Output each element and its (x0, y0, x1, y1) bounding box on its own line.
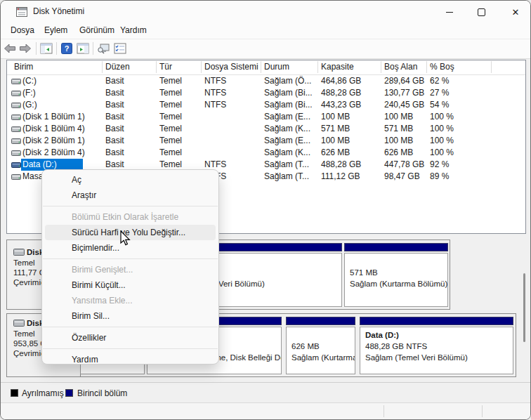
menu-separator (43, 206, 218, 206)
volume-context-menu: Aç Araştır Bölümü Etkin Olarak İşaretle … (41, 169, 219, 365)
volume-type: Temel (159, 100, 182, 110)
menu-help[interactable]: Yardım (120, 25, 147, 35)
volume-pct-free: 100 % (430, 112, 454, 122)
table-row[interactable]: (Disk 2 Bölüm 1) Basit Temel Sağlam (E..… (7, 135, 525, 147)
volume-type: Temel (159, 112, 182, 122)
volume-icon (11, 114, 21, 121)
volume-free: 571 MB (384, 124, 413, 133)
volume-status: Sağlam (Bi... (264, 88, 313, 98)
volume-name: (Disk 2 Bölüm 4) (22, 147, 85, 157)
volume-icon (11, 78, 21, 85)
column-divider[interactable] (381, 61, 381, 73)
volume-status: Sağlam (Ö... (264, 76, 311, 86)
back-icon[interactable] (4, 42, 16, 55)
partition-size: 488,28 GB NTFS (365, 342, 427, 350)
volume-icon (11, 173, 21, 181)
volume-pct-free: 92 % (430, 159, 449, 169)
status-divider (383, 405, 384, 417)
table-row[interactable]: (Disk 2 Bölüm 4) Basit Temel Sağlam (K..… (7, 147, 525, 159)
col-header-kapasite[interactable]: Kapasite (321, 62, 354, 72)
partition-line: Sağlam (Kurtarma Bölümü) (350, 280, 447, 288)
column-divider[interactable] (156, 61, 157, 73)
svg-text:?: ? (65, 44, 70, 53)
volume-fs: NTFS (204, 100, 226, 110)
volume-icon (11, 162, 21, 169)
menu-item-shrink-volume[interactable]: Birimi Küçült... (45, 277, 216, 293)
col-header-bosalan[interactable]: Boş Alan (384, 62, 417, 72)
col-header-tur[interactable]: Tür (159, 62, 172, 72)
volume-status: Sağlam (E... (264, 112, 310, 122)
volume-capacity: 111,12 GB (321, 171, 360, 181)
show-console-tree-icon[interactable] (40, 42, 53, 55)
volume-icon (11, 90, 21, 97)
volume-status: Sağlam (Bi... (264, 100, 313, 110)
partition-box: 571 MB Sağlam (Kurtarma Bölümü) (344, 253, 448, 307)
menu-action[interactable]: Eylem (44, 25, 67, 35)
volume-pct-free: 100 % (430, 136, 454, 145)
volume-capacity: 100 MB (321, 112, 350, 122)
help-icon[interactable]: ? (60, 42, 73, 55)
forward-icon[interactable] (19, 42, 32, 55)
col-header-bos[interactable]: % Boş (430, 62, 454, 72)
table-row[interactable]: (G:) Basit Temel NTFS Sağlam (Bi... 443,… (7, 99, 525, 111)
volume-type: Temel (159, 147, 182, 157)
column-divider[interactable] (102, 61, 103, 73)
status-divider (482, 405, 483, 417)
show-action-pane-icon[interactable] (77, 42, 89, 55)
volume-icon (11, 126, 21, 133)
disk2-partition-data[interactable]: Data (D:) 488,28 GB NTFS Sağlam (Temel V… (360, 317, 513, 374)
menu-item-explore[interactable]: Araştır (45, 188, 216, 203)
column-divider[interactable] (261, 61, 261, 73)
table-row[interactable]: (C:) Basit Temel NTFS Sağlam (Ö... 464,8… (7, 75, 525, 87)
mouse-cursor (120, 230, 131, 247)
volume-layout: Basit (105, 136, 124, 145)
menu-item-extend-volume: Birimi Genişlet... (45, 262, 216, 277)
volume-capacity: 626 MB (321, 147, 350, 157)
volume-icon (11, 150, 21, 157)
col-header-duzen[interactable]: Düzen (105, 62, 130, 72)
disk2-partition-3[interactable]: 626 MB Sağlam (Kurtarma Bölümü) (286, 317, 355, 374)
minimize-icon (446, 12, 453, 13)
menu-item-delete-volume[interactable]: Birim Sil... (45, 308, 216, 324)
properties-icon[interactable] (114, 42, 126, 55)
maximize-button[interactable] (466, 1, 497, 23)
menu-view[interactable]: Görünüm (79, 25, 114, 35)
partition-line: 571 MB (350, 268, 378, 277)
close-button[interactable]: ✕ (500, 1, 531, 23)
column-divider[interactable] (491, 61, 492, 73)
volume-capacity: 571 MB (321, 124, 350, 133)
volume-status: Sağlam (T... (264, 159, 309, 169)
volume-layout: Basit (105, 147, 124, 157)
disk-icon (13, 320, 25, 327)
table-row[interactable]: (F:) Basit Temel NTFS Sağlam (Bi... 488,… (7, 87, 525, 99)
volume-name: (Disk 1 Bölüm 4) (22, 124, 85, 133)
volume-status: Sağlam (T... (264, 171, 309, 181)
volume-layout: Basit (105, 76, 124, 86)
menu-item-properties[interactable]: Özellikler (45, 330, 216, 346)
volume-name: (C:) (22, 76, 37, 86)
rescan-disks-icon[interactable] (97, 42, 110, 55)
volume-type: Temel (159, 124, 182, 133)
column-divider[interactable] (426, 61, 427, 73)
menu-item-help[interactable]: Yardım (45, 352, 216, 367)
volume-pct-free: 100 % (430, 124, 454, 133)
volume-name: (Disk 2 Bölüm 1) (22, 136, 85, 145)
column-divider[interactable] (317, 61, 318, 73)
menu-file[interactable]: Dosya (11, 25, 34, 35)
table-row[interactable]: (Disk 1 Bölüm 4) Basit Temel Sağlam (K..… (7, 123, 525, 135)
menu-item-open[interactable]: Aç (45, 172, 216, 188)
table-row[interactable]: (Disk 1 Bölüm 1) Basit Temel Sağlam (E..… (7, 111, 525, 123)
column-divider[interactable] (201, 61, 202, 73)
partition-volume-label: Data (D:) (365, 331, 399, 339)
volume-type: Temel (159, 76, 182, 86)
disk1-partition-3[interactable]: 571 MB Sağlam (Kurtarma Bölümü) (344, 243, 448, 307)
vertical-scrollbar[interactable] (523, 273, 525, 342)
volume-capacity: 488,28 GB (321, 88, 361, 98)
volume-name: Masa (22, 171, 43, 181)
legend-primary-partition: Birincil bölüm (77, 388, 127, 398)
col-header-dosya[interactable]: Dosya Sistemi (204, 62, 258, 72)
table-header: Birim Düzen Tür Dosya Sistemi Durum Kapa… (7, 60, 525, 75)
minimize-button[interactable] (434, 1, 465, 23)
col-header-birim[interactable]: Birim (14, 62, 33, 72)
col-header-durum[interactable]: Durum (264, 62, 289, 72)
